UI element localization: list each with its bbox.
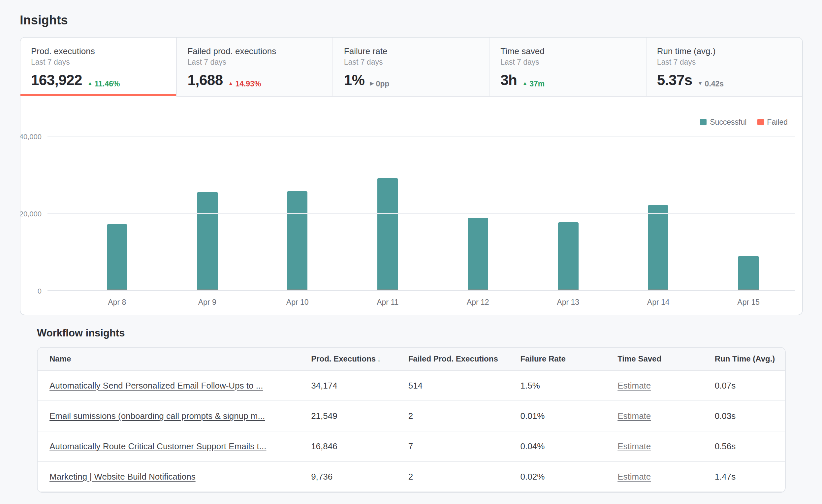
bar-successful	[287, 191, 308, 290]
cell-run-time: 1.47s	[703, 461, 785, 492]
metric-delta-text: 11.46%	[95, 80, 120, 88]
column-header-failure-rate[interactable]: Failure Rate	[509, 348, 606, 371]
column-header-prod-executions[interactable]: Prod. Executions↓	[299, 348, 396, 371]
estimate-link[interactable]: Estimate	[618, 381, 651, 391]
metric-delta: ▼ 0.42s	[698, 80, 724, 88]
metric-card-prod-executions[interactable]: Prod. executions Last 7 days 163,922 ▲ 1…	[20, 38, 177, 97]
metric-card-run-time[interactable]: Run time (avg.) Last 7 days 5.37s ▼ 0.42…	[647, 38, 802, 97]
executions-bar-chart: Successful Failed Apr 8Apr 9Apr 10Apr 11…	[20, 97, 802, 315]
metric-period: Last 7 days	[187, 58, 322, 66]
cell-prod-executions: 21,549	[299, 401, 396, 431]
metric-period: Last 7 days	[344, 58, 479, 66]
metric-delta-text: 14.93%	[235, 80, 261, 88]
x-axis-label: Apr 13	[557, 298, 579, 306]
bar-successful	[197, 192, 218, 290]
column-label: Time Saved	[618, 354, 661, 364]
metric-delta: ▲ 11.46%	[87, 80, 120, 88]
workflow-table-card: Name Prod. Executions↓ Failed Prod. Exec…	[37, 347, 786, 493]
workflow-table: Name Prod. Executions↓ Failed Prod. Exec…	[38, 348, 785, 492]
cell-failure-rate: 1.5%	[509, 371, 606, 401]
gridline	[47, 213, 795, 214]
workflow-link[interactable]: Automatically Send Personalized Email Fo…	[49, 381, 263, 391]
bar-group	[648, 205, 669, 291]
cell-failed-prod-executions: 2	[396, 461, 509, 492]
workflow-link[interactable]: Automatically Route Critical Customer Su…	[49, 441, 266, 451]
y-axis-label: 0	[38, 287, 42, 295]
bar-group	[287, 191, 308, 291]
cell-failure-rate: 0.01%	[509, 401, 606, 431]
estimate-link[interactable]: Estimate	[618, 472, 651, 482]
metric-period: Last 7 days	[657, 58, 792, 66]
column-label: Name	[49, 354, 71, 364]
bar-successful	[377, 178, 398, 290]
metric-cards-row: Prod. executions Last 7 days 163,922 ▲ 1…	[20, 38, 802, 97]
cell-time-saved: Estimate	[605, 461, 703, 492]
cell-failed-prod-executions: 2	[396, 401, 509, 431]
page-title: Insights	[20, 13, 803, 28]
insights-panel: Prod. executions Last 7 days 163,922 ▲ 1…	[20, 37, 803, 315]
cell-name: Automatically Route Critical Customer Su…	[38, 431, 299, 461]
gridline	[47, 290, 795, 291]
column-header-run-time[interactable]: Run Time (Avg.)	[703, 348, 785, 371]
cell-run-time: 0.56s	[703, 431, 785, 461]
cell-run-time: 0.07s	[703, 371, 785, 401]
bar-successful	[738, 256, 759, 290]
bar-group	[377, 178, 398, 291]
bar-group	[468, 217, 488, 291]
legend-item-failed[interactable]: Failed	[757, 118, 788, 126]
workflow-insights-section: Workflow insights Name Prod. Executions↓…	[37, 327, 786, 493]
trend-up-icon: ▲	[228, 81, 234, 86]
column-header-name[interactable]: Name	[38, 348, 299, 371]
cell-prod-executions: 34,174	[299, 371, 396, 401]
x-axis-label: Apr 9	[198, 298, 217, 306]
metric-label: Failure rate	[344, 46, 479, 56]
metric-card-failure-rate[interactable]: Failure rate Last 7 days 1% ▶ 0pp	[334, 38, 490, 97]
workflow-link[interactable]: Email sumissions (onboarding call prompt…	[49, 411, 265, 421]
y-axis-label: 40,000	[20, 133, 42, 140]
column-label: Prod. Executions	[311, 354, 376, 364]
cell-time-saved: Estimate	[605, 431, 703, 461]
metric-delta-text: 0.42s	[705, 80, 724, 88]
metric-label: Run time (avg.)	[657, 46, 792, 56]
bar-successful	[558, 222, 578, 290]
column-header-failed-prod-executions[interactable]: Failed Prod. Executions	[396, 348, 509, 371]
chart-legend: Successful Failed	[700, 118, 788, 126]
cell-failure-rate: 0.04%	[509, 431, 606, 461]
bar-successful	[468, 217, 488, 290]
cell-name: Marketing | Website Build Notifications	[38, 461, 299, 492]
x-axis-label: Apr 12	[467, 298, 489, 306]
cell-prod-executions: 16,846	[299, 431, 396, 461]
page-content: Insights Prod. executions Last 7 days 16…	[0, 0, 822, 493]
estimate-link[interactable]: Estimate	[618, 411, 651, 421]
legend-item-successful[interactable]: Successful	[700, 118, 747, 126]
cell-name: Automatically Send Personalized Email Fo…	[38, 371, 299, 401]
x-axis-label: Apr 8	[108, 298, 126, 306]
workflow-link[interactable]: Marketing | Website Build Notifications	[49, 472, 195, 482]
estimate-link[interactable]: Estimate	[618, 441, 651, 451]
x-axis-label: Apr 14	[647, 298, 670, 306]
bar-group	[558, 222, 578, 291]
trend-up-icon: ▲	[87, 81, 93, 86]
metric-value: 3h	[500, 72, 517, 89]
insights-page: Insights Prod. executions Last 7 days 16…	[0, 0, 822, 504]
bar-chart-plot: Apr 8Apr 9Apr 10Apr 11Apr 12Apr 13Apr 14…	[47, 136, 795, 291]
cell-run-time: 0.03s	[703, 401, 785, 431]
column-header-time-saved[interactable]: Time Saved	[605, 348, 703, 371]
metric-card-time-saved[interactable]: Time saved Last 7 days 3h ▲ 37m	[490, 38, 646, 97]
cell-time-saved: Estimate	[605, 371, 703, 401]
bar-group	[738, 256, 759, 291]
column-label: Run Time (Avg.)	[715, 354, 775, 364]
metric-delta-text: 37m	[529, 80, 544, 88]
metric-period: Last 7 days	[31, 58, 165, 66]
sort-desc-icon: ↓	[377, 354, 381, 364]
metric-label: Time saved	[500, 46, 635, 56]
metric-card-failed-prod-executions[interactable]: Failed prod. executions Last 7 days 1,68…	[177, 38, 333, 97]
x-axis-label: Apr 11	[377, 298, 398, 306]
y-axis-label: 20,000	[20, 210, 42, 218]
cell-failure-rate: 0.02%	[509, 461, 606, 492]
bar-group	[107, 224, 127, 291]
x-axis-label: Apr 15	[737, 298, 760, 306]
table-row: Automatically Send Personalized Email Fo…	[38, 371, 785, 401]
column-label: Failed Prod. Executions	[408, 354, 498, 364]
cell-prod-executions: 9,736	[299, 461, 396, 492]
